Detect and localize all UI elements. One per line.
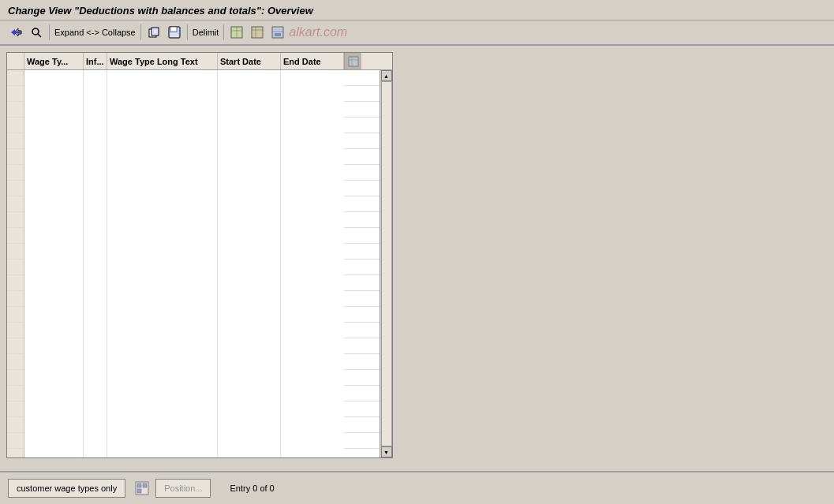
table-row <box>24 401 380 417</box>
vertical-scrollbar[interactable]: ▲ ▼ <box>380 70 392 457</box>
table-row <box>24 196 380 212</box>
row-selector[interactable] <box>7 307 24 323</box>
table-row <box>24 86 380 102</box>
table-row <box>24 323 380 338</box>
page-title: Change View "Deductions with balances an… <box>8 5 313 17</box>
table-row <box>24 354 380 370</box>
svg-rect-20 <box>137 483 141 487</box>
table-row <box>24 291 380 307</box>
table-body: ▲ ▼ ◄ ► <box>7 70 392 457</box>
table-icon-2 <box>250 25 264 39</box>
save-icon <box>167 25 181 39</box>
table-row <box>24 386 380 401</box>
row-selector[interactable] <box>7 133 24 149</box>
table-row <box>24 70 380 86</box>
row-selector[interactable] <box>7 86 24 102</box>
icon-btn-3[interactable] <box>268 24 287 41</box>
row-selector[interactable] <box>7 165 24 181</box>
table-row <box>24 449 380 457</box>
table-row <box>24 118 380 133</box>
title-bar: Change View "Deductions with balances an… <box>0 0 834 21</box>
table-header: Wage Ty... Inf... Wage Type Long Text St… <box>7 53 392 70</box>
separator-4 <box>223 24 224 40</box>
row-selector[interactable] <box>7 228 24 244</box>
col-header-inf: Inf... <box>84 53 107 69</box>
svg-point-0 <box>32 28 39 35</box>
main-content: Wage Ty... Inf... Wage Type Long Text St… <box>0 46 834 465</box>
row-selector[interactable] <box>7 401 24 417</box>
icon-btn-1[interactable] <box>227 24 246 41</box>
svg-rect-6 <box>170 33 178 37</box>
row-selector[interactable] <box>7 417 24 433</box>
row-selector[interactable] <box>7 433 24 449</box>
position-icon <box>135 481 149 495</box>
row-selector[interactable] <box>7 354 24 370</box>
separator-2 <box>140 24 141 40</box>
table-row <box>24 133 380 149</box>
save-button[interactable] <box>165 24 184 41</box>
table-icon-3 <box>271 25 285 39</box>
delimit-label[interactable]: Delimit <box>193 28 219 37</box>
table-container: Wage Ty... Inf... Wage Type Long Text St… <box>6 52 393 458</box>
col-header-start-date: Start Date <box>218 53 281 69</box>
scroll-up-button[interactable]: ▲ <box>381 70 392 81</box>
col-header-wage-type: Wage Ty... <box>24 53 84 69</box>
row-selector[interactable] <box>7 196 24 212</box>
row-selector[interactable] <box>7 275 24 291</box>
svg-rect-5 <box>170 27 177 32</box>
position-button[interactable]: Position... <box>155 479 211 498</box>
col-header-sel <box>7 53 24 69</box>
find-button[interactable] <box>27 24 46 41</box>
row-selector[interactable] <box>7 291 24 307</box>
scroll-down-button[interactable]: ▼ <box>381 446 392 457</box>
table-row <box>24 307 380 323</box>
separator-1 <box>49 24 50 40</box>
table-row <box>24 244 380 259</box>
find-icon <box>29 25 43 39</box>
table-row <box>24 417 380 433</box>
row-selector[interactable] <box>7 259 24 275</box>
separator-3 <box>187 24 188 40</box>
row-selector[interactable] <box>7 102 24 118</box>
row-selector[interactable] <box>7 386 24 401</box>
table-icon-1 <box>230 25 244 39</box>
table-row <box>24 149 380 165</box>
row-selector[interactable] <box>7 149 24 165</box>
status-bar: customer wage types only Position... Ent… <box>0 471 834 504</box>
table-row <box>24 338 380 354</box>
copy-icon <box>147 25 161 39</box>
svg-rect-16 <box>349 57 358 66</box>
col-settings-btn[interactable] <box>344 53 361 69</box>
table-row <box>24 165 380 181</box>
row-selector[interactable] <box>7 118 24 133</box>
back-button[interactable] <box>6 24 25 41</box>
table-row <box>24 228 380 244</box>
back-icon <box>9 25 23 39</box>
row-selector[interactable] <box>7 370 24 386</box>
row-selector[interactable] <box>7 323 24 338</box>
table-row <box>24 102 380 118</box>
svg-rect-21 <box>143 483 147 487</box>
copy-button[interactable] <box>144 24 163 41</box>
col-header-end-date: End Date <box>281 53 344 69</box>
icon-btn-2[interactable] <box>248 24 267 41</box>
watermark-text: alkart.com <box>289 25 347 39</box>
table-row <box>24 259 380 275</box>
svg-rect-22 <box>137 489 141 493</box>
row-selector[interactable] <box>7 449 24 457</box>
svg-line-1 <box>38 34 41 37</box>
customer-wage-types-button[interactable]: customer wage types only <box>8 479 125 498</box>
row-selector[interactable] <box>7 244 24 259</box>
col-header-long-text: Wage Type Long Text <box>107 53 218 69</box>
table-row <box>24 212 380 228</box>
table-row <box>24 433 380 449</box>
row-selector[interactable] <box>7 181 24 196</box>
table-row <box>24 275 380 291</box>
row-selector[interactable] <box>7 338 24 354</box>
svg-rect-15 <box>275 33 281 36</box>
row-selector[interactable] <box>7 70 24 86</box>
expand-collapse-label[interactable]: Expand <-> Collapse <box>54 28 136 37</box>
data-columns <box>24 70 380 457</box>
row-selector[interactable] <box>7 212 24 228</box>
scroll-track[interactable] <box>381 81 392 446</box>
